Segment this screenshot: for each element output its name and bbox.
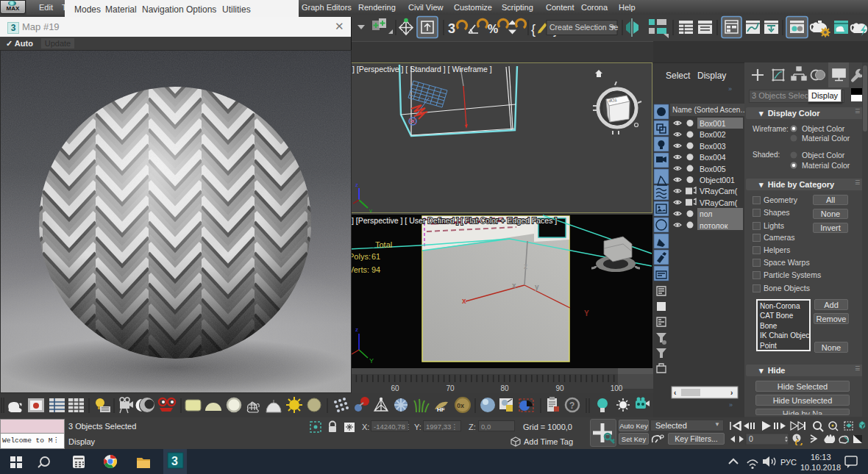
svg-text:‹: ‹ [674, 389, 676, 397]
svg-text:Create Selection Se: Create Selection Se [549, 23, 619, 32]
svg-text:z: z [524, 262, 527, 270]
svg-text:Box002: Box002 [700, 130, 726, 139]
svg-text:TOP: TOP [608, 98, 618, 103]
svg-text:Box004: Box004 [700, 153, 726, 162]
svg-text:%: % [488, 23, 498, 35]
svg-text:0: 0 [749, 434, 753, 443]
svg-text:пол: пол [700, 209, 712, 218]
svg-text:90: 90 [555, 384, 564, 392]
svg-text:0x: 0x [457, 402, 464, 409]
svg-text:61: 61 [371, 252, 380, 261]
svg-text:Polys:: Polys: [349, 252, 371, 261]
svg-text:Verts:: Verts: [349, 265, 369, 274]
svg-text:РУС: РУС [780, 458, 797, 467]
svg-text:] [Perspective ] [ Standard ]: ] [Perspective ] [ Standard ] [ Wirefram… [352, 65, 492, 73]
svg-text:Name (Sorted Ascen…: Name (Sorted Ascen… [672, 106, 744, 114]
svg-text:VRayCam(: VRayCam( [700, 198, 738, 207]
svg-text:Y: Y [369, 357, 374, 365]
svg-text:94: 94 [371, 265, 380, 274]
svg-text:10.10.2018: 10.10.2018 [800, 463, 841, 472]
svg-text:100: 100 [611, 384, 623, 392]
svg-text:3: 3 [171, 455, 178, 467]
svg-text:Box005: Box005 [700, 165, 726, 173]
svg-text:Y: Y [584, 309, 589, 317]
svg-text:потолок: потолок [700, 221, 728, 230]
svg-text:HF: HF [437, 406, 445, 413]
svg-text:3: 3 [448, 21, 455, 36]
svg-text:z: z [355, 326, 358, 333]
svg-text:VRayCam(: VRayCam( [700, 187, 738, 195]
svg-text:80: 80 [500, 384, 509, 392]
svg-text:y: y [369, 207, 372, 212]
svg-text:»: » [729, 401, 733, 409]
svg-text:70: 70 [446, 384, 455, 392]
svg-text:z: z [355, 182, 358, 188]
svg-text:Box001: Box001 [700, 119, 726, 128]
svg-text:?: ? [569, 401, 574, 411]
svg-text:Object001: Object001 [700, 176, 735, 184]
svg-text:60: 60 [391, 384, 399, 392]
svg-text:y: y [535, 283, 539, 291]
svg-text:Total: Total [375, 240, 392, 249]
svg-text:x: x [462, 297, 466, 305]
svg-text:›: › [730, 389, 733, 397]
svg-text:16:13: 16:13 [811, 453, 831, 462]
svg-text:{: { [531, 22, 536, 37]
svg-text:Box003: Box003 [700, 142, 726, 151]
svg-text:x: x [512, 281, 516, 290]
svg-text:] [Perspective ] [ User Define: ] [Perspective ] [ User Defined ] [ Flat… [352, 216, 557, 225]
